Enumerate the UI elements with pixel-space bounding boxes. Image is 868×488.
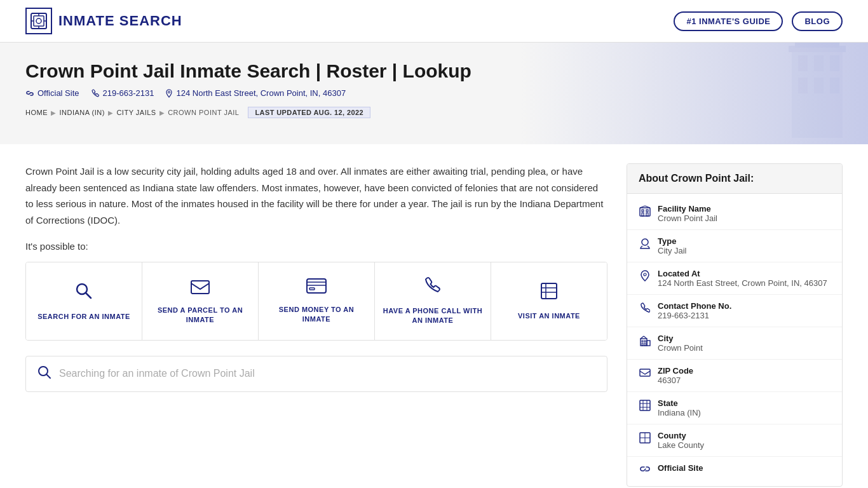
- phone-call-icon: [423, 276, 442, 300]
- blog-button[interactable]: BLOG: [792, 11, 843, 31]
- state-value: Indiana (IN): [658, 408, 701, 417]
- contact-phone-label: Contact Phone No.: [658, 301, 731, 311]
- location-at-icon: [639, 270, 651, 284]
- breadcrumb-city-jails[interactable]: CITY JAILS: [116, 109, 156, 116]
- about-row-county: County Lake County: [627, 424, 842, 457]
- city-icon: [639, 335, 651, 349]
- about-panel-header: About Crown Point Jail:: [627, 164, 842, 194]
- action-card-visit[interactable]: VISIT AN INMATE: [491, 262, 607, 340]
- svg-rect-40: [642, 341, 643, 342]
- possible-text: It's possible to:: [25, 241, 607, 252]
- location-icon: [165, 89, 173, 98]
- county-label: County: [658, 431, 704, 440]
- state-label: State: [658, 398, 701, 408]
- svg-point-16: [168, 91, 170, 93]
- type-icon: [639, 238, 651, 252]
- zip-label: ZIP Code: [658, 366, 693, 376]
- about-row-facility-name: Facility Name Crown Point Jail: [627, 198, 842, 230]
- svg-rect-31: [646, 210, 648, 212]
- search-icon: [37, 365, 51, 383]
- guide-button[interactable]: #1 INMATE'S GUIDE: [674, 11, 783, 31]
- send-parcel-icon: [190, 277, 210, 299]
- svg-rect-10: [830, 55, 839, 71]
- left-column: Crown Point Jail is a low security city …: [25, 163, 607, 487]
- action-cards: SEARCH FOR AN INMATE SEND A PARCEL TO AN…: [25, 262, 607, 341]
- svg-rect-41: [644, 341, 646, 342]
- about-row-type: Type City Jail: [627, 230, 842, 262]
- header: INMATE SEARCH #1 INMATE'S GUIDE BLOG: [0, 0, 868, 43]
- svg-rect-13: [830, 78, 839, 93]
- about-row-state: State Indiana (IN): [627, 392, 842, 424]
- svg-rect-9: [814, 55, 824, 71]
- logo-icon: [25, 8, 52, 34]
- description-text: Crown Point Jail is a low security city …: [25, 163, 607, 228]
- svg-line-18: [86, 293, 91, 298]
- svg-rect-15: [795, 43, 839, 48]
- about-panel: About Crown Point Jail:: [627, 163, 843, 487]
- contact-phone-value: 219-663-2131: [658, 311, 731, 320]
- city-value: Crown Point: [658, 343, 703, 353]
- about-row-located: Located At 124 North East Street, Crown …: [627, 262, 842, 295]
- action-card-money[interactable]: SEND MONEY TO AN INMATE: [259, 262, 375, 340]
- type-label: Type: [658, 236, 687, 246]
- svg-point-2: [36, 18, 41, 24]
- zip-icon: [639, 367, 651, 380]
- action-card-search[interactable]: SEARCH FOR AN INMATE: [26, 262, 142, 340]
- svg-rect-11: [798, 78, 808, 93]
- phone-link[interactable]: 219-663-2131: [91, 88, 154, 98]
- svg-rect-47: [640, 400, 650, 410]
- action-card-parcel[interactable]: SEND A PARCEL TO AN INMATE: [142, 262, 259, 340]
- county-icon: [639, 432, 651, 446]
- breadcrumb-indiana[interactable]: INDIANA (IN): [60, 109, 105, 116]
- action-card-money-label: SEND MONEY TO AN INMATE: [265, 305, 368, 325]
- located-at-label: Located At: [658, 269, 827, 278]
- svg-rect-1: [34, 16, 44, 26]
- action-card-phone-label: HAVE A PHONE CALL WITH AN INMATE: [381, 306, 484, 326]
- link-icon: [25, 89, 34, 98]
- about-row-city: City Crown Point: [627, 327, 842, 360]
- svg-rect-30: [642, 210, 644, 212]
- action-card-visit-label: VISIT AN INMATE: [518, 311, 580, 321]
- svg-line-28: [46, 374, 50, 378]
- search-bar-placeholder: Searching for an inmate of Crown Point J…: [59, 368, 255, 379]
- last-updated-badge: LAST UPDATED AUG. 12, 2022: [248, 107, 370, 118]
- logo-text: INMATE SEARCH: [58, 13, 182, 29]
- official-site-row-label: Official Site: [658, 463, 703, 473]
- action-card-phone[interactable]: HAVE A PHONE CALL WITH AN INMATE: [375, 262, 491, 340]
- about-panel-body: Facility Name Crown Point Jail Type: [627, 194, 842, 486]
- located-at-value: 124 North East Street, Crown Point, IN, …: [658, 278, 827, 288]
- facility-name-value: Crown Point Jail: [658, 214, 717, 223]
- facility-icon: [639, 205, 651, 219]
- official-site-icon: [639, 464, 651, 476]
- type-value: City Jail: [658, 246, 687, 255]
- breadcrumb-current: CROWN POINT JAIL: [168, 109, 239, 116]
- city-label: City: [658, 334, 703, 343]
- county-value: Lake County: [658, 440, 704, 450]
- address-link: 124 North East Street, Crown Point, IN, …: [165, 88, 346, 98]
- action-card-parcel-label: SEND A PARCEL TO AN INMATE: [149, 306, 252, 325]
- hero-background-image: [690, 43, 868, 144]
- svg-rect-39: [647, 341, 650, 346]
- svg-rect-20: [307, 279, 326, 293]
- facility-name-label: Facility Name: [658, 204, 717, 214]
- phone-icon: [91, 89, 100, 98]
- main-content: Crown Point Jail is a low security city …: [0, 144, 868, 488]
- logo[interactable]: INMATE SEARCH: [25, 8, 182, 34]
- search-bar[interactable]: Searching for an inmate of Crown Point J…: [25, 356, 607, 392]
- send-money-icon: [306, 278, 327, 299]
- svg-point-36: [642, 239, 648, 245]
- zip-value: 46307: [658, 376, 693, 385]
- svg-point-37: [644, 273, 646, 276]
- about-row-official-site: Official Site: [627, 457, 842, 482]
- official-site-link[interactable]: Official Site: [25, 88, 79, 98]
- action-card-search-label: SEARCH FOR AN INMATE: [37, 312, 130, 322]
- hero-band: Crown Point Jail Inmate Search | Roster …: [0, 43, 868, 144]
- about-row-zip: ZIP Code 46307: [627, 360, 842, 392]
- svg-rect-23: [541, 283, 557, 299]
- svg-rect-46: [640, 369, 650, 376]
- contact-phone-icon: [639, 302, 651, 316]
- breadcrumb-home[interactable]: HOME: [25, 109, 48, 116]
- svg-rect-21: [307, 282, 326, 285]
- state-icon: [639, 400, 651, 414]
- svg-rect-12: [814, 78, 824, 93]
